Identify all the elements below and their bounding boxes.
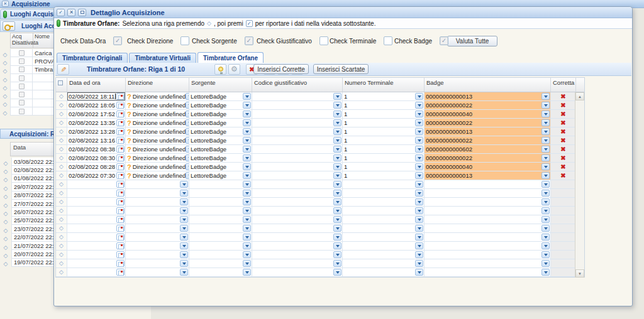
row-selector[interactable]: ◇ (56, 215, 67, 224)
source-field[interactable]: LettoreBadge (189, 171, 252, 180)
tab-timbrature-virtuali[interactable]: Timbrature Virtuali (129, 53, 196, 63)
badge-field[interactable]: 00000000000022 (425, 136, 551, 145)
column-header-corretta[interactable]: Corretta (551, 78, 576, 92)
row-selector[interactable]: ◇ (56, 180, 67, 189)
row-selector[interactable]: ◇ (56, 154, 67, 163)
terminal-field[interactable] (343, 233, 425, 242)
dropdown-button[interactable] (243, 163, 251, 170)
dropdown-button[interactable] (541, 172, 550, 179)
source-field[interactable] (189, 189, 252, 198)
dropdown-button[interactable] (333, 251, 341, 258)
dropdown-button[interactable] (415, 242, 423, 249)
vertical-scrollbar[interactable]: ▲ ▼ (575, 92, 584, 278)
dropdown-button[interactable] (333, 242, 341, 249)
checkbox[interactable] (180, 36, 189, 45)
calendar-button[interactable] (116, 242, 125, 249)
dropdown-button[interactable] (243, 172, 251, 179)
direction-field[interactable]: ?Direzione undefined (126, 145, 189, 154)
calendar-button[interactable] (116, 198, 125, 205)
dropdown-button[interactable] (243, 93, 251, 100)
justification-field[interactable] (252, 127, 343, 136)
direction-field[interactable]: ?Direzione undefined (126, 154, 189, 163)
checkbox[interactable]: ✓ (440, 36, 448, 45)
dropdown-button[interactable] (333, 146, 341, 153)
dropdown-button[interactable] (333, 198, 341, 205)
datetime-field[interactable] (67, 224, 126, 233)
justification-field[interactable] (252, 233, 343, 242)
datetime-field[interactable]: 02/08/2022 08:38 (67, 145, 126, 154)
dropdown-button[interactable] (541, 251, 550, 258)
dropdown-button[interactable] (243, 119, 251, 126)
justification-field[interactable] (252, 171, 343, 180)
direction-field[interactable] (126, 207, 189, 215)
direction-field[interactable] (126, 251, 189, 259)
datetime-field[interactable] (67, 251, 126, 259)
acq-disattivata-checkbox[interactable] (10, 74, 33, 82)
datetime-field[interactable] (67, 233, 126, 242)
terminal-field[interactable]: 1 (343, 127, 425, 136)
terminal-field[interactable]: 1 (343, 92, 425, 101)
source-field[interactable] (189, 268, 252, 277)
terminal-field[interactable] (343, 251, 425, 259)
dropdown-button[interactable] (541, 260, 550, 267)
terminal-field[interactable] (343, 207, 425, 215)
acq-disattivata-checkbox[interactable] (10, 107, 33, 116)
row-selector[interactable]: ◇ (56, 101, 67, 110)
dropdown-button[interactable] (541, 198, 550, 205)
row-selector[interactable]: ◇ (56, 198, 67, 207)
checkbox[interactable]: ✓ (113, 36, 122, 45)
source-field[interactable] (189, 224, 252, 233)
badge-field[interactable]: 00000000000013 (425, 171, 551, 180)
dropdown-button[interactable] (415, 137, 423, 144)
calendar-button[interactable] (116, 111, 125, 117)
dropdown-button[interactable] (243, 146, 251, 153)
lightbulb-button[interactable] (214, 64, 226, 75)
dropdown-button[interactable] (415, 146, 423, 153)
badge-field[interactable] (425, 215, 551, 224)
checkbox[interactable]: ✓ (245, 36, 253, 45)
dropdown-button[interactable] (333, 154, 341, 161)
source-field[interactable] (189, 259, 252, 268)
badge-field[interactable] (425, 259, 551, 268)
calendar-button[interactable] (116, 128, 125, 135)
calendar-button[interactable] (116, 269, 125, 276)
dropdown-button[interactable] (180, 251, 188, 258)
dropdown-button[interactable] (541, 207, 550, 214)
justification-field[interactable] (252, 259, 343, 268)
dropdown-button[interactable] (243, 137, 251, 144)
direction-field[interactable] (126, 189, 189, 198)
terminal-field[interactable]: 1 (343, 171, 425, 180)
dropdown-button[interactable] (180, 234, 188, 241)
dropdown-button[interactable] (243, 207, 251, 214)
calendar-button[interactable] (116, 190, 125, 197)
datetime-field[interactable]: 02/08/2022 08:30 (67, 154, 126, 163)
dropdown-button[interactable] (415, 128, 423, 135)
edit-button[interactable]: ✎ (57, 64, 69, 75)
column-header-data-ed-ora[interactable]: Data ed ora (67, 78, 126, 92)
row-selector[interactable]: ◇ (56, 163, 67, 171)
calendar-button[interactable] (116, 137, 125, 144)
terminal-field[interactable] (343, 242, 425, 251)
row-selector[interactable]: ◇ (56, 136, 67, 145)
calendar-button[interactable] (116, 172, 125, 179)
dropdown-button[interactable] (541, 242, 550, 249)
dropdown-button[interactable] (180, 181, 188, 188)
terminal-field[interactable] (343, 215, 425, 224)
dropdown-button[interactable] (333, 269, 341, 276)
terminal-field[interactable] (343, 198, 425, 207)
dropdown-button[interactable] (415, 225, 423, 232)
acq-disattivata-checkbox[interactable] (10, 66, 33, 74)
justification-field[interactable] (252, 242, 343, 251)
datetime-field[interactable]: 02/08/2022 17:52 (67, 110, 126, 119)
dropdown-button[interactable] (415, 163, 423, 170)
dropdown-button[interactable] (180, 242, 188, 249)
dropdown-button[interactable] (243, 260, 251, 267)
dropdown-button[interactable] (541, 163, 550, 170)
datetime-field[interactable] (67, 189, 126, 198)
source-field[interactable]: LettoreBadge (189, 92, 252, 101)
terminal-field[interactable]: 1 (343, 145, 425, 154)
calendar-button[interactable] (116, 163, 125, 170)
dropdown-button[interactable] (333, 216, 341, 223)
terminal-field[interactable]: 1 (343, 154, 425, 163)
calendar-button[interactable] (116, 102, 125, 109)
